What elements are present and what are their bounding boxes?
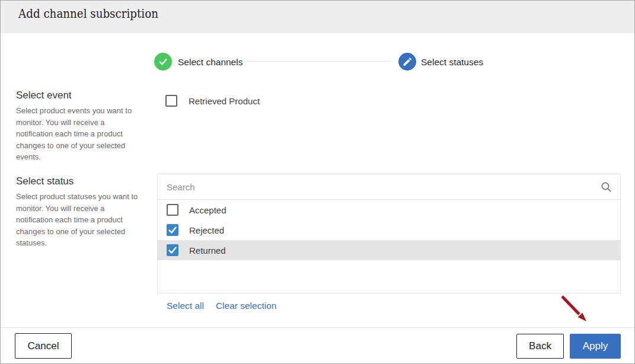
rejected-checkbox[interactable] [167, 224, 178, 236]
dialog-header: Add channel subscription [1, 1, 634, 33]
dialog-title: Add channel subscription [18, 1, 158, 27]
step-completed-circle [154, 53, 172, 71]
event-item-retrieved-product[interactable]: Retrieved Product [165, 95, 260, 107]
annotation-arrow-icon [558, 292, 591, 325]
search-icon [601, 181, 612, 193]
returned-checkbox[interactable] [167, 244, 178, 256]
retrieved-product-checkbox[interactable] [165, 95, 177, 107]
status-row-label: Accepted [189, 205, 226, 215]
status-row-rejected[interactable]: Rejected [158, 220, 620, 240]
step-current-circle [398, 53, 416, 71]
status-row-label: Rejected [189, 225, 224, 235]
step-select-statuses-label: Select statuses [421, 56, 483, 69]
select-status-heading: Select status [16, 175, 74, 187]
select-status-description: Select product statuses you want to moni… [16, 191, 146, 249]
select-all-link[interactable]: Select all [167, 301, 204, 311]
add-channel-subscription-dialog: Add channel subscription Select channels… [0, 0, 635, 364]
accepted-checkbox[interactable] [167, 204, 178, 216]
select-event-heading: Select event [16, 90, 72, 101]
status-listbox: AcceptedRejectedReturned [157, 174, 621, 293]
cancel-button[interactable]: Cancel [15, 333, 72, 359]
status-row-label: Returned [189, 245, 226, 256]
stepper-connector-line [246, 61, 391, 62]
apply-button[interactable]: Apply [570, 334, 621, 359]
search-input[interactable] [158, 174, 620, 199]
status-search-row [158, 174, 620, 200]
step-select-channels-label: Select channels [178, 56, 242, 69]
event-item-label: Retrieved Product [189, 96, 260, 106]
clear-selection-link[interactable]: Clear selection [216, 301, 277, 311]
select-event-description: Select product events you want to monito… [16, 105, 146, 163]
status-row-returned[interactable]: Returned [158, 240, 620, 260]
back-button[interactable]: Back [516, 334, 564, 359]
footer-separator [1, 327, 634, 328]
status-row-accepted[interactable]: Accepted [158, 200, 620, 220]
